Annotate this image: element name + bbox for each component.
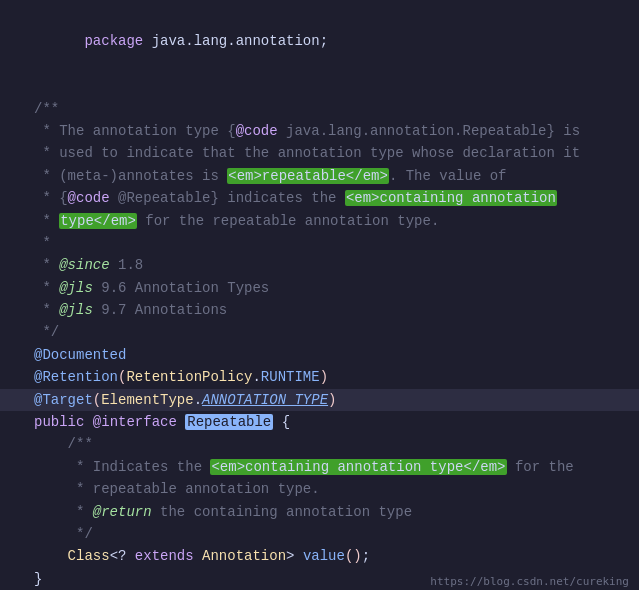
line-content-b1 <box>30 75 639 97</box>
line-inner-jd-1: * Indicates the <em>containing annotatio… <box>0 456 639 478</box>
line-content-jd5: * type</em> for the repeatable annotatio… <box>30 210 639 232</box>
line-jd-jls2: * @jls 9.7 Annotations <box>0 299 639 321</box>
line-class-value: Class<? extends Annotation> value(); <box>0 545 639 567</box>
line-content-jls1: * @jls 9.6 Annotation Types <box>30 277 639 299</box>
line-content-ijs: /** <box>30 433 639 455</box>
line-content-since: * @since 1.8 <box>30 254 639 276</box>
line-content-doc: @Documented <box>30 344 639 366</box>
line-content-cv: Class<? extends Annotation> value(); <box>30 545 639 567</box>
keyword-package: package <box>84 33 143 49</box>
line-content-jd2: * used to indicate that the annotation t… <box>30 142 639 164</box>
line-content-jdblank: * <box>30 232 639 254</box>
line-content-ret: @Retention(RetentionPolicy.RUNTIME) <box>30 366 639 388</box>
line-public-interface: public @interface Repeatable { <box>0 411 639 433</box>
line-blank-1 <box>0 75 639 97</box>
line-jd-blank: * <box>0 232 639 254</box>
line-1: package java.lang.annotation; <box>0 8 639 75</box>
line-content-jdend: */ <box>30 321 639 343</box>
line-jd-3: * (meta-)annotates is <em>repeatable</em… <box>0 165 639 187</box>
line-inner-jd-3: * @return the containing annotation type <box>0 501 639 523</box>
line-retention: @Retention(RetentionPolicy.RUNTIME) <box>0 366 639 388</box>
line-content-tgt: @Target(ElementType.ANNOTATION_TYPE) <box>30 389 639 411</box>
line-jd-end: */ <box>0 321 639 343</box>
line-inner-jd-2: * repeatable annotation type. <box>0 478 639 500</box>
line-content-jls2: * @jls 9.7 Annotations <box>30 299 639 321</box>
line-content-ij3: * @return the containing annotation type <box>30 501 639 523</box>
line-jd-4: * {@code @Repeatable} indicates the <em>… <box>0 187 639 209</box>
line-jd-start: /** <box>0 98 639 120</box>
line-jd-2: * used to indicate that the annotation t… <box>0 142 639 164</box>
line-jd-jls1: * @jls 9.6 Annotation Types <box>0 277 639 299</box>
line-content-ij2: * repeatable annotation type. <box>30 478 639 500</box>
line-content-1: package java.lang.annotation; <box>30 8 639 75</box>
line-documented: @Documented <box>0 344 639 366</box>
line-jd-since: * @since 1.8 <box>0 254 639 276</box>
line-content-jd1: * The annotation type {@code java.lang.a… <box>30 120 639 142</box>
line-jd-1: * The annotation type {@code java.lang.a… <box>0 120 639 142</box>
line-content-pi: public @interface Repeatable { <box>30 411 639 433</box>
line-content-jd4: * {@code @Repeatable} indicates the <em>… <box>30 187 639 209</box>
line-jd-5: * type</em> for the repeatable annotatio… <box>0 210 639 232</box>
line-content-jd0: /** <box>30 98 639 120</box>
code-container: package java.lang.annotation; /** * The … <box>0 0 639 590</box>
watermark: https://blog.csdn.net/cureking <box>430 573 629 590</box>
line-inner-jd-start: /** <box>0 433 639 455</box>
line-inner-jd-end: */ <box>0 523 639 545</box>
line-content-ij1: * Indicates the <em>containing annotatio… <box>30 456 639 478</box>
line-target-ann: @Target(ElementType.ANNOTATION_TYPE) <box>0 389 639 411</box>
line-content-ije: */ <box>30 523 639 545</box>
line-content-jd3: * (meta-)annotates is <em>repeatable</em… <box>30 165 639 187</box>
